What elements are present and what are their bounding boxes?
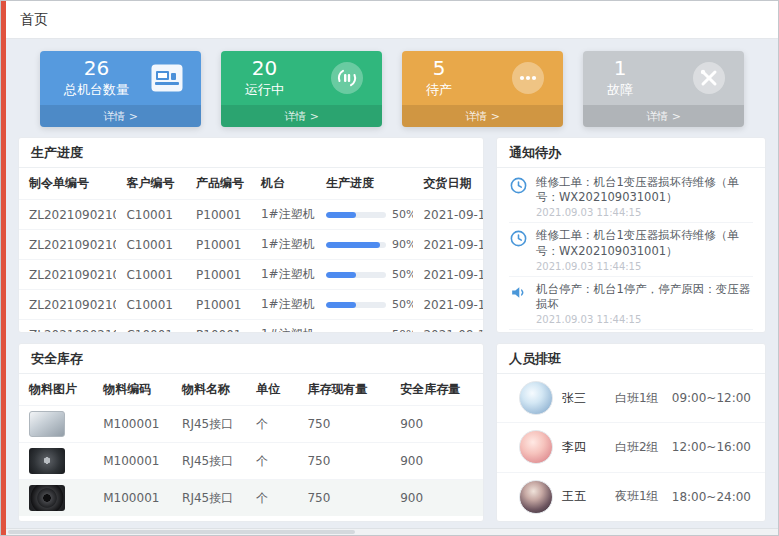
machine-cell: 1#注塑机 xyxy=(251,320,316,333)
stat-card-total-machines[interactable]: 26 总机台数量 详情 xyxy=(40,51,201,127)
notifications-panel-title: 通知待办 xyxy=(509,144,561,162)
production-row: ZL202109021001 C10001 P10001 1#注塑机 50% xyxy=(19,320,483,333)
safety-stock-panel: 安全库存 物料图片 物料编码 物料名称 单位 库存现有量 xyxy=(18,343,484,522)
stat-card-text: 5 待产 xyxy=(426,57,452,99)
stat-card-text: 1 故障 xyxy=(607,57,633,99)
notification-text: 机台停产：机台1停产，停产原因：变压器损坏 xyxy=(536,282,753,312)
production-progress-panel: 生产进度 制令单编号 客户编号 产品编号 机台 生产进度 xyxy=(18,137,484,333)
order-no-cell: ZL202109021001 xyxy=(19,320,116,333)
customer-no-cell: C10001 xyxy=(116,200,186,230)
stat-card-body: 5 待产 xyxy=(402,51,563,105)
horizontal-scrollbar[interactable] xyxy=(6,528,778,535)
inventory-row: M100001 RJ45接口 个 750 900 xyxy=(19,443,483,480)
material-image-cell xyxy=(19,480,93,517)
middle-row: 生产进度 制令单编号 客户编号 产品编号 机台 生产进度 xyxy=(18,137,766,333)
stat-card-fault[interactable]: 1 故障 详情 > xyxy=(583,51,744,127)
col-header-material-image: 物料图片 xyxy=(19,374,93,406)
material-image-cell xyxy=(19,443,93,480)
notification-time: 2021.09.03 11:44:15 xyxy=(536,314,753,325)
progress-label: 50% xyxy=(392,208,413,221)
customer-no-cell: C10001 xyxy=(116,230,186,260)
standby-value: 5 xyxy=(433,57,446,80)
delivery-date-cell: 2021-09-10 xyxy=(413,200,483,230)
stat-card-body: 26 总机台数量 xyxy=(40,51,201,105)
staff-schedule-panel: 人员排班 张三 白班1组 09:00~12:00 xyxy=(496,343,766,522)
machine-cell: 1#注塑机 xyxy=(251,260,316,290)
col-header-machine: 机台 xyxy=(251,168,316,200)
col-header-material-name: 物料名称 xyxy=(172,374,246,406)
production-row: ZL202109021001 C10001 P10001 1#注塑机 90% xyxy=(19,230,483,260)
notification-item[interactable]: 计划暂停：机台1生产计划已暂停 2021.09.03 11:44:15 xyxy=(509,330,753,332)
safety-stock-cell: 900 xyxy=(390,480,483,517)
notification-item[interactable]: 维修工单：机台1变压器损坏待维修（单号：WX202109031001） 2021… xyxy=(509,223,753,276)
stock-on-hand-cell: 750 xyxy=(297,480,390,517)
production-row: ZL202109021001 C10001 P10001 1#注塑机 50% xyxy=(19,290,483,320)
page-header: 首页 xyxy=(6,1,778,39)
total-machines-detail-link[interactable]: 详情 > xyxy=(40,105,201,127)
production-table: 制令单编号 客户编号 产品编号 机台 生产进度 交货日期 xyxy=(19,168,483,332)
material-name-cell: RJ45接口 xyxy=(172,443,246,480)
staff-name: 王五 xyxy=(562,488,615,505)
round-connector-image xyxy=(29,448,65,474)
delivery-date-cell: 2021-09-10 xyxy=(413,290,483,320)
notification-item[interactable]: 维修工单：机台1变压器损坏待维修（单号：WX202109031001） 2021… xyxy=(509,170,753,223)
dashboard-screen: 首页 26 总机台数量 xyxy=(0,0,779,536)
fault-detail-link[interactable]: 详情 > xyxy=(583,105,744,127)
progress-cell: 50% xyxy=(316,260,413,290)
delivery-date-cell: 2021-09-10 xyxy=(413,260,483,290)
safety-stock-cell: 900 xyxy=(390,443,483,480)
clock-icon xyxy=(509,229,528,252)
notification-text: 维修工单：机台1变压器损坏待维修（单号：WX202109031001） xyxy=(536,228,753,258)
standby-detail-link[interactable]: 详情 > xyxy=(402,105,563,127)
speaker-icon xyxy=(509,283,528,306)
stat-card-running[interactable]: 20 运行中 详情 > xyxy=(221,51,382,127)
machine-icon xyxy=(151,64,183,92)
notification-list: 维修工单：机台1变压器损坏待维修（单号：WX202109031001） 2021… xyxy=(497,168,765,332)
running-detail-link[interactable]: 详情 > xyxy=(221,105,382,127)
col-header-progress: 生产进度 xyxy=(316,168,413,200)
unit-cell: 个 xyxy=(246,406,297,443)
production-panel-title: 生产进度 xyxy=(31,144,83,162)
content-area: 26 总机台数量 详情 xyxy=(6,39,778,528)
col-header-safety-stock: 安全库存量 xyxy=(390,374,483,406)
unit-cell: 个 xyxy=(246,480,297,517)
main-area: 首页 26 总机台数量 xyxy=(6,1,778,535)
stock-on-hand-cell: 750 xyxy=(297,406,390,443)
stat-card-standby[interactable]: 5 待产 详情 > xyxy=(402,51,563,127)
safety-stock-panel-title: 安全库存 xyxy=(31,350,83,368)
rj45-connector-image xyxy=(29,411,65,437)
product-no-cell: P10001 xyxy=(186,230,251,260)
customer-no-cell: C10001 xyxy=(116,320,186,333)
progress-bar xyxy=(326,302,386,308)
progress-bar xyxy=(326,272,386,278)
total-machines-label: 总机台数量 xyxy=(64,81,129,99)
standby-label: 待产 xyxy=(426,81,452,99)
horizontal-scrollbar-thumb[interactable] xyxy=(8,530,355,534)
inventory-table-wrap: 物料图片 物料编码 物料名称 单位 库存现有量 安全库存量 xyxy=(19,374,483,521)
bottom-row: 安全库存 物料图片 物料编码 物料名称 单位 库存现有量 xyxy=(18,343,766,522)
speaker-image xyxy=(29,485,65,511)
customer-no-cell: C10001 xyxy=(116,260,186,290)
staff-shift: 白班1组 xyxy=(615,390,672,407)
safety-stock-panel-header: 安全库存 xyxy=(19,344,483,374)
notification-item[interactable]: 机台停产：机台1停产，停产原因：变压器损坏 2021.09.03 11:44:1… xyxy=(509,277,753,330)
production-panel-header: 生产进度 xyxy=(19,138,483,168)
col-header-material-code: 物料编码 xyxy=(93,374,172,406)
stat-card-body: 1 故障 xyxy=(583,51,744,105)
col-header-order-no: 制令单编号 xyxy=(19,168,116,200)
notifications-panel-header: 通知待办 xyxy=(497,138,765,168)
staff-name: 李四 xyxy=(562,439,615,456)
col-header-customer-no: 客户编号 xyxy=(116,168,186,200)
stat-card-body: 20 运行中 xyxy=(221,51,382,105)
production-header-row: 制令单编号 客户编号 产品编号 机台 生产进度 交货日期 xyxy=(19,168,483,200)
fault-label: 故障 xyxy=(607,81,633,99)
material-code-cell: M100001 xyxy=(93,443,172,480)
material-image-cell xyxy=(19,406,93,443)
product-no-cell: P10001 xyxy=(186,320,251,333)
notification-time: 2021.09.03 11:44:15 xyxy=(536,261,753,272)
staff-row: 张三 白班1组 09:00~12:00 xyxy=(497,374,765,423)
clock-icon xyxy=(509,176,528,199)
page-title[interactable]: 首页 xyxy=(20,11,48,29)
stock-on-hand-cell: 750 xyxy=(297,443,390,480)
machine-cell: 1#注塑机 xyxy=(251,200,316,230)
